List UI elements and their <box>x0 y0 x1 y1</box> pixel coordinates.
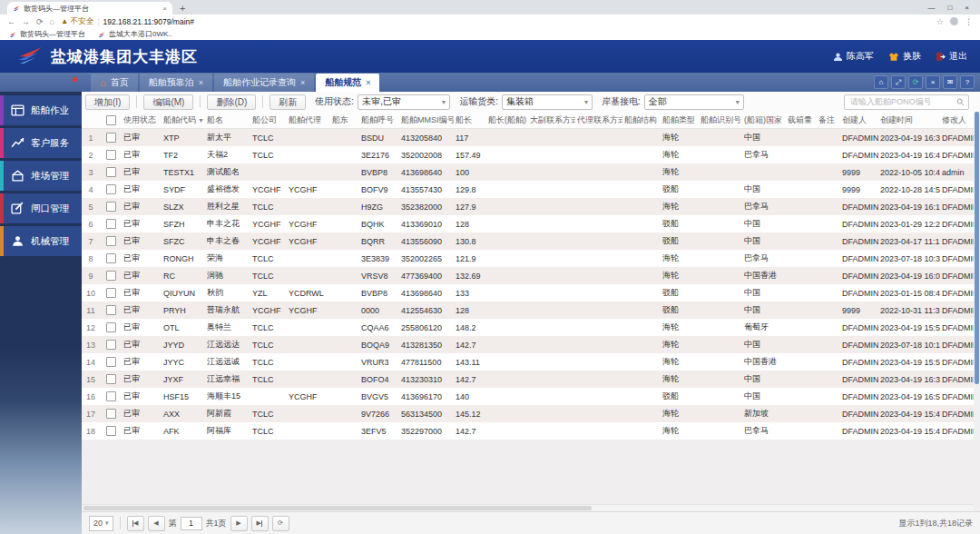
tab-close-icon[interactable]: × <box>366 78 370 87</box>
not-secure-badge[interactable]: ▲ 不安全 <box>61 16 93 27</box>
column-header[interactable]: 船舶MMSI编号 <box>399 112 454 129</box>
column-header[interactable]: 船长(船舶) <box>486 112 528 129</box>
table-row[interactable]: 18已审AFK阿福库TCLC3EFV5352297000142.7海轮巴拿马DF… <box>82 422 974 440</box>
table-row[interactable]: 14已审JYYC江远远诚TCLCVRUR3477811500143.11海轮中国… <box>82 353 974 371</box>
star-icon[interactable]: ☆ <box>936 17 944 26</box>
filter-select[interactable]: 全部▾ <box>644 94 744 110</box>
bookmark-item[interactable]: 散货码头—管理平台 <box>9 29 85 39</box>
row-checkbox[interactable] <box>106 426 116 436</box>
column-header[interactable]: 船舶结构 <box>622 112 661 129</box>
table-row[interactable]: 6已审SFZH申丰之花YCGHFYCGHFBQHK413369010128驳船中… <box>82 215 974 232</box>
fullscreen-icon[interactable]: ⤢ <box>891 75 906 89</box>
new-tab-button[interactable]: + <box>180 2 185 15</box>
mail-icon[interactable]: ✉ <box>943 75 957 89</box>
tab-close-icon[interactable]: × <box>300 78 305 87</box>
logout-button[interactable]: 退出 <box>936 50 967 63</box>
row-checkbox[interactable] <box>106 133 116 143</box>
sidebar-item-ship-operations[interactable]: 船舶作业 <box>0 95 82 125</box>
refresh-page-button[interactable]: ⟳ <box>272 516 289 531</box>
row-checkbox[interactable] <box>106 236 116 246</box>
minimize-icon[interactable]: — <box>927 4 935 12</box>
table-row[interactable]: 10已审QIUYUN秋韵YZLYCDRWLBVBP8413698640133驳船… <box>82 284 974 302</box>
first-page-button[interactable]: ◀ <box>127 516 144 531</box>
horizontal-scrollbar-thumb[interactable] <box>83 506 592 510</box>
table-row[interactable]: 12已审OTL奥特兰TCLCCQAA6255806120148.2海轮葡萄牙DF… <box>82 319 974 336</box>
column-header[interactable]: 创建人 <box>840 112 878 129</box>
skin-button[interactable]: 换肤 <box>888 50 921 63</box>
help-icon[interactable]: ? <box>960 75 975 89</box>
tab-首页[interactable]: ⌂首页 <box>91 74 138 92</box>
row-checkbox[interactable] <box>106 202 116 212</box>
table-row[interactable]: 15已审JYXF江远幸福TCLCBOFO4413230310142.7海轮中国D… <box>82 371 974 388</box>
column-header[interactable]: 创建时间 <box>878 112 940 129</box>
user-menu[interactable]: 陈高军 <box>833 50 874 63</box>
column-header[interactable]: 代理联系方式 <box>575 112 622 129</box>
column-header[interactable]: 船舶识别号 <box>699 112 742 129</box>
select-all-checkbox[interactable] <box>106 115 116 125</box>
table-row[interactable]: 7已审SFZC申丰之春YCGHFYCGHFBQRR413556090130.8驳… <box>82 232 974 250</box>
row-checkbox[interactable] <box>106 167 116 177</box>
row-checkbox[interactable] <box>106 253 116 263</box>
table-row[interactable]: 4已审SYDF盛裕德发YCGHFYCGHFBOFV9413557430129.8… <box>82 181 974 198</box>
table-row[interactable]: 3已审TESTX1测试船名BVBP8413698640100海轮99992022… <box>82 163 974 181</box>
column-header[interactable]: 船东 <box>330 112 359 129</box>
table-row[interactable]: 16已审HSF15海顺丰15YCGHFBVGV5413696170140驳船中国… <box>82 388 974 405</box>
browser-menu-icon[interactable]: ⋮ <box>965 17 973 26</box>
toolbar-button-3[interactable]: 删除(D) <box>207 94 256 110</box>
table-row[interactable]: 8已审RONGH荣海TCLC3E3839352002265121.9海轮巴拿马D… <box>82 250 974 267</box>
row-checkbox[interactable] <box>106 305 116 315</box>
column-header[interactable]: 船名 <box>205 112 250 129</box>
search-input[interactable] <box>848 96 956 107</box>
row-checkbox[interactable] <box>106 184 116 194</box>
sidebar-item-customer-service[interactable]: 客户服务 <box>0 128 82 158</box>
row-checkbox[interactable] <box>106 391 116 401</box>
sidebar-item-machinery-management[interactable]: 机械管理 <box>0 226 82 256</box>
filter-select[interactable]: 集装箱▾ <box>502 94 593 110</box>
row-checkbox[interactable] <box>106 219 116 229</box>
filter-select[interactable]: 未审,已审▾ <box>358 94 450 110</box>
table-row[interactable]: 17已审AXX阿新霞TCLC9V7266563134500145.12海轮新加坡… <box>82 405 974 422</box>
toolbar-button-1[interactable]: 增加(I) <box>85 94 130 110</box>
next-page-button[interactable]: ▶ <box>230 516 248 531</box>
toolbar-button-2[interactable]: 编辑(M) <box>143 94 193 110</box>
column-header[interactable]: (船籍)国家 <box>742 112 786 129</box>
row-checkbox[interactable] <box>106 357 116 367</box>
column-header[interactable]: 船舶代理 <box>287 112 330 129</box>
home-icon[interactable]: ⌂ <box>874 75 888 89</box>
reload-icon[interactable]: ⟳ <box>36 17 44 26</box>
column-header[interactable]: 船舶代码▼ <box>162 112 205 129</box>
maximize-icon[interactable]: □ <box>947 4 952 12</box>
omnibox[interactable]: ▲ 不安全 | 192.168.21.11:9079/main# <box>61 16 930 27</box>
prev-page-button[interactable]: ◀ <box>148 516 165 531</box>
avatar[interactable] <box>950 17 958 25</box>
column-header[interactable]: 大副联系方式 <box>528 112 575 129</box>
tab-船舶预靠泊[interactable]: 船舶预靠泊× <box>140 74 212 92</box>
toolbar-button-4[interactable]: 刷新 <box>270 94 306 110</box>
row-checkbox[interactable] <box>106 150 116 160</box>
home-icon[interactable]: ⌂ <box>50 17 54 26</box>
sidebar-item-yard-management[interactable]: 堆场管理 <box>0 161 82 191</box>
row-checkbox[interactable] <box>106 322 116 332</box>
column-header[interactable]: 船长 <box>454 112 486 129</box>
row-checkbox[interactable] <box>106 288 116 298</box>
tab-船舶作业记录查询[interactable]: 船舶作业记录查询× <box>214 74 314 92</box>
table-row[interactable]: 13已审JYYD江远远达TCLCBOQA9413281350142.7海轮中国D… <box>82 336 974 353</box>
browser-tab[interactable]: 散货码头—管理平台 × <box>7 2 172 15</box>
tab-船舶规范[interactable]: 船舶规范× <box>316 74 379 92</box>
tab-close-icon[interactable]: × <box>199 78 203 87</box>
page-size-select[interactable]: 20 ▾ <box>89 516 113 531</box>
table-row[interactable]: 11已审PRYH普瑞永航YCGHFYCGHF0000412554630128驳船… <box>82 302 974 319</box>
column-header[interactable]: 船舶类型 <box>661 112 699 129</box>
table-row[interactable]: 2已审TF2天福2TCLC3E2176352002008157.49海轮巴拿马D… <box>82 146 974 163</box>
sidebar-item-gate-management[interactable]: 闸口管理 <box>0 193 82 223</box>
column-header[interactable]: 船舶呼号 <box>359 112 399 129</box>
forward-icon[interactable]: → <box>22 17 30 26</box>
search-icon[interactable] <box>956 98 965 106</box>
column-header[interactable]: 备注 <box>817 112 840 129</box>
back-icon[interactable]: ← <box>7 17 15 26</box>
refresh-icon[interactable]: ⟳ <box>908 75 923 89</box>
vertical-scrollbar[interactable] <box>974 112 980 440</box>
close-icon[interactable]: × <box>965 4 969 12</box>
last-page-button[interactable]: ▶ <box>251 516 269 531</box>
column-header[interactable]: 使用状态 <box>122 112 162 129</box>
